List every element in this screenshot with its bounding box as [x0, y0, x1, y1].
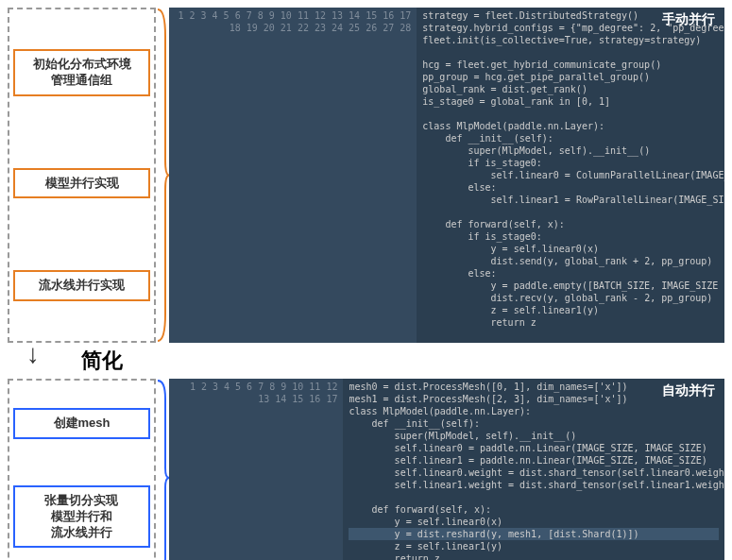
bottom-badge: 自动并行 [662, 384, 715, 397]
annotation-label: 张量切分实现模型并行和流水线并行 [13, 485, 150, 549]
brace-icon [156, 379, 169, 560]
down-arrow-icon: ↓ [26, 339, 40, 369]
bottom-code-editor: 1 2 3 4 5 6 7 8 9 10 11 12 13 14 15 16 1… [169, 379, 724, 560]
annotation-label: 创建mesh [13, 408, 150, 439]
top-code-editor: 1 2 3 4 5 6 7 8 9 10 11 12 13 14 15 16 1… [169, 8, 724, 343]
top-labels-panel: 初始化分布式环境管理通信组模型并行实现流水线并行实现 [8, 8, 156, 343]
simplify-label: ↓ 简化 [45, 347, 159, 375]
top-badge: 手动并行 [662, 13, 715, 25]
annotation-label: 流水线并行实现 [13, 270, 150, 301]
bottom-labels-panel: 创建mesh张量切分实现模型并行和流水线并行 [8, 379, 156, 560]
brace-icon [156, 8, 169, 343]
annotation-label: 初始化分布式环境管理通信组 [13, 49, 150, 96]
annotation-label: 模型并行实现 [13, 168, 150, 199]
